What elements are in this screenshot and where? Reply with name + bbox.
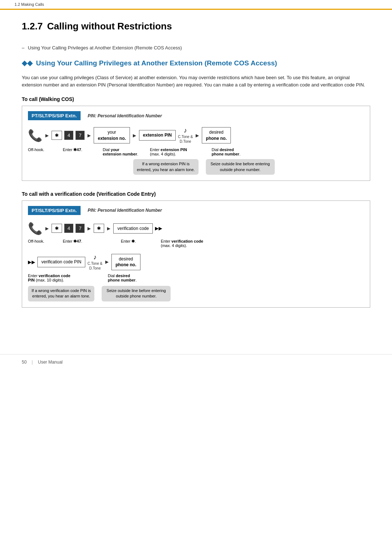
wcos-label-dialdesired: Dial desiredphone number. bbox=[212, 147, 252, 156]
verif-label-entercode: Enter verification code(max. 4 digits). bbox=[161, 239, 215, 248]
body-paragraph: You can use your calling privileges (Cla… bbox=[22, 74, 370, 89]
footer-text: User Manual bbox=[38, 360, 62, 365]
star-key-wcos: ✱ bbox=[52, 131, 62, 140]
wcos-flow-row: 📞 ▶ ✱ 4 7 ▶ your extension no. ▶ extensi… bbox=[28, 127, 364, 144]
arrow4-wcos: ▶ bbox=[196, 133, 199, 138]
pin-label-wcos: PIN: Personal Identification Number bbox=[88, 113, 162, 118]
your-ext-box: your extension no. bbox=[94, 127, 130, 144]
section-title: Calling without Restrictions bbox=[47, 21, 172, 32]
seven-key-verif: 7 bbox=[75, 224, 85, 233]
verif-flow-row1: 📞 ▶ ✱ 4 7 ▶ ✱ ▶ verification code ▶▶ bbox=[28, 222, 364, 235]
subsection-title-text: Using Your Calling Privileges at Another… bbox=[36, 59, 277, 67]
desired-verif-line1: desired bbox=[115, 256, 136, 262]
verif-bottom-notes: If a wrong verification code PIN is ente… bbox=[28, 286, 364, 301]
your-ext-line2: extension no. bbox=[98, 135, 126, 142]
wcos-bottom-notes: If a wrong extension PIN is entered, you… bbox=[133, 159, 364, 175]
top-bar: 1.2 Making Calls bbox=[0, 0, 392, 10]
wrong-verif-note: If a wrong verification code PIN is ente… bbox=[28, 286, 94, 301]
star-key2-verif: ✱ bbox=[94, 224, 104, 233]
verif-label-offhook: Off-hook. bbox=[28, 239, 57, 243]
verif-header: PT/SLT/PS/SIP Extn. PIN: Personal Identi… bbox=[28, 206, 364, 215]
ctone-col-verif: ♪ C.Tone &D.Tone bbox=[87, 254, 102, 271]
verif-pin-label: verification code PIN bbox=[41, 259, 81, 265]
wcos-labels-row: Off-hook. Enter ✱47. Dial yourextension … bbox=[28, 147, 364, 156]
seize-note-verif: Seize outside line before entering outsi… bbox=[102, 286, 171, 301]
your-ext-line1: your bbox=[98, 129, 126, 135]
diamonds-icon: ◆◆ bbox=[22, 59, 33, 67]
arrow4-verif: ▶ bbox=[105, 259, 109, 264]
walking-cos-heading: To call (Walking COS) bbox=[22, 96, 370, 102]
wcos-label-dialyour: Dial yourextension number. bbox=[103, 147, 146, 156]
wcos-label-offhook: Off-hook. bbox=[28, 147, 57, 152]
desired-phone-box-wcos: desired phone no. bbox=[202, 127, 230, 144]
wrong-pin-note-wcos: If a wrong extension PIN is entered, you… bbox=[133, 159, 199, 175]
page-number: 50 bbox=[22, 360, 26, 365]
verif-label-enterstar: Enter ✱. bbox=[121, 239, 150, 244]
verif-code-diagram: PT/SLT/PS/SIP Extn. PIN: Personal Identi… bbox=[22, 200, 370, 308]
subsection-heading: ◆◆ Using Your Calling Privileges at Anot… bbox=[22, 58, 370, 68]
walking-cos-diagram: PT/SLT/PS/SIP Extn. PIN: Personal Identi… bbox=[22, 106, 370, 181]
seven-key-wcos: 7 bbox=[75, 131, 85, 140]
arrow2-wcos: ▶ bbox=[87, 133, 91, 138]
verif-label-enter47: Enter ✱47. bbox=[63, 239, 95, 244]
verif-code-heading: To call with a verification code (Verifi… bbox=[22, 191, 370, 197]
verif-code-box: verification code bbox=[113, 223, 153, 234]
footer-separator: | bbox=[32, 360, 33, 365]
phone-icon-wcos: 📞 bbox=[28, 129, 42, 142]
ctone-label: C.Tone &D.Tone bbox=[178, 134, 193, 144]
phone-icon-verif: 📞 bbox=[28, 222, 42, 235]
desired-line1: desired bbox=[206, 129, 226, 135]
toc-item: – Using Your Calling Privileges at Anoth… bbox=[22, 45, 370, 50]
verif-pin-box: verification code PIN bbox=[37, 257, 85, 267]
verif-labels-row2: Enter verification codePIN (max. 10 digi… bbox=[28, 274, 364, 282]
verif-flow-row2: ▶▶ verification code PIN ♪ C.Tone &D.Ton… bbox=[28, 254, 364, 271]
arrow2-verif: ▶ bbox=[87, 226, 91, 231]
top-bar-text: 1.2 Making Calls bbox=[15, 2, 44, 7]
ext-pin-label: extension PIN bbox=[143, 132, 172, 138]
ctone-label-verif: C.Tone &D.Tone bbox=[87, 261, 102, 271]
pt-label-wcos: PT/SLT/PS/SIP Extn. bbox=[28, 111, 81, 120]
double-arrow-verif: ▶▶ bbox=[155, 226, 162, 231]
arrow3-wcos: ▶ bbox=[133, 133, 136, 138]
desired-verif-line2: phone no. bbox=[115, 262, 136, 268]
wcos-label-enterpin: Enter extension PIN(max. 4 digits). bbox=[150, 147, 208, 156]
pt-label-verif: PT/SLT/PS/SIP Extn. bbox=[28, 206, 81, 215]
footer: 50 | User Manual bbox=[0, 354, 392, 370]
four-key-verif: 4 bbox=[64, 224, 73, 233]
arrow1-wcos: ▶ bbox=[45, 133, 49, 138]
music-note-verif: ♪ bbox=[93, 254, 97, 261]
pin-label-verif: PIN: Personal Identification Number bbox=[88, 208, 162, 213]
ext-pin-box: extension PIN bbox=[139, 130, 176, 141]
seize-note-wcos: Seize outside line before entering outsi… bbox=[206, 159, 275, 175]
four-key-wcos: 4 bbox=[64, 131, 73, 140]
verif-label-dialdesired: Dial desiredphone number. bbox=[108, 274, 148, 282]
double-arrow2-verif: ▶▶ bbox=[28, 259, 35, 265]
section-number: 1.2.7 bbox=[22, 21, 43, 32]
verif-labels-row1: Off-hook. Enter ✱47. Enter ✱. Enter veri… bbox=[28, 239, 364, 248]
desired-line2: phone no. bbox=[206, 135, 226, 142]
verif-label-enterpin: Enter verification codePIN (max. 10 digi… bbox=[28, 274, 101, 282]
star-key-verif: ✱ bbox=[52, 224, 62, 233]
arrow3-verif: ▶ bbox=[107, 226, 110, 231]
wcos-label-enter47: Enter ✱47. bbox=[63, 147, 95, 152]
music-note-wcos: ♪ bbox=[184, 127, 187, 134]
section-heading: 1.2.7 Calling without Restrictions bbox=[22, 17, 370, 39]
walking-cos-header: PT/SLT/PS/SIP Extn. PIN: Personal Identi… bbox=[28, 111, 364, 120]
ctone-col: ♪ C.Tone &D.Tone bbox=[178, 127, 193, 144]
verif-code-label: verification code bbox=[117, 226, 149, 232]
arrow1-verif: ▶ bbox=[45, 226, 49, 231]
desired-phone-box-verif: desired phone no. bbox=[111, 254, 140, 271]
